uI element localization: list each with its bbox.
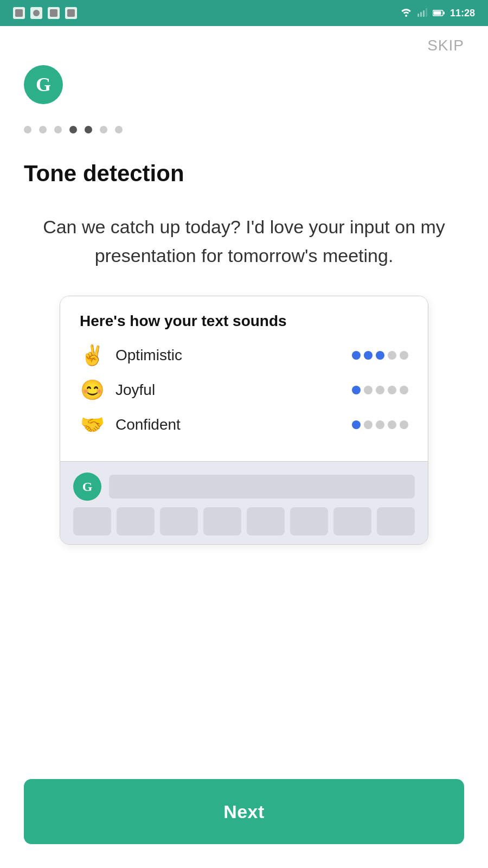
svg-point-1 [33, 10, 40, 16]
battery-icon [433, 9, 445, 18]
next-button[interactable]: Next [24, 779, 464, 844]
app-icon-3 [48, 7, 60, 19]
grammarly-logo: G [24, 65, 63, 104]
optimistic-emoji: ✌️ [80, 344, 105, 367]
tdot [376, 420, 384, 429]
tdot [352, 351, 361, 360]
keyboard-area: G [60, 461, 428, 544]
keyboard-grammarly-logo: G [73, 473, 101, 501]
tdot [400, 420, 408, 429]
tone-row-joyful: 😊 Joyful [80, 379, 408, 401]
tone-row-optimistic: ✌️ Optimistic [80, 344, 408, 367]
progress-dot-5 [100, 126, 107, 133]
progress-dot-6 [115, 126, 123, 133]
skip-row: SKIP [24, 37, 464, 54]
app-icon-4 [65, 7, 77, 19]
tdot [376, 386, 384, 394]
card-header: Here's how your text sounds [60, 296, 428, 340]
logo-letter: G [36, 73, 51, 96]
tdot [388, 386, 396, 394]
svg-rect-0 [15, 9, 23, 17]
progress-dots [24, 126, 464, 133]
status-bar-right: 11:28 [400, 8, 475, 19]
keyboard-key-8 [377, 507, 415, 535]
progress-dot-1 [39, 126, 47, 133]
tdot [352, 386, 361, 394]
svg-rect-7 [426, 8, 427, 17]
keyboard-logo-letter: G [82, 480, 93, 494]
main-content: SKIP G Tone detection Can we catch up to… [0, 26, 488, 779]
tdot [364, 386, 373, 394]
wifi-icon [400, 8, 412, 18]
confident-dots [352, 420, 408, 429]
tdot [364, 351, 373, 360]
progress-dot-2 [54, 126, 62, 133]
svg-rect-3 [67, 9, 75, 17]
svg-rect-2 [50, 9, 57, 17]
optimistic-label: Optimistic [115, 347, 341, 364]
tone-rows: ✌️ Optimistic 😊 Joyful [60, 340, 428, 461]
app-icon-2 [30, 7, 42, 19]
keyboard-key-4 [203, 507, 241, 535]
keyboard-key-3 [160, 507, 198, 535]
tdot [364, 420, 373, 429]
tone-card: Here's how your text sounds ✌️ Optimisti… [60, 296, 428, 545]
tdot [352, 420, 361, 429]
svg-rect-10 [444, 11, 445, 14]
progress-dot-0 [24, 126, 31, 133]
svg-rect-9 [433, 11, 441, 15]
keyboard-keys-row [73, 507, 415, 535]
tdot [388, 351, 396, 360]
page-title: Tone detection [24, 161, 464, 187]
joyful-label: Joyful [115, 381, 341, 399]
keyboard-text-area [109, 475, 415, 499]
keyboard-key-1 [73, 507, 111, 535]
tdot [376, 351, 384, 360]
confident-label: Confident [115, 416, 341, 433]
keyboard-top-row: G [73, 473, 415, 501]
svg-rect-4 [418, 14, 419, 17]
progress-dot-3 [69, 126, 77, 133]
keyboard-key-7 [333, 507, 371, 535]
tdot [400, 351, 408, 360]
tdot [400, 386, 408, 394]
time-display: 11:28 [450, 8, 475, 19]
svg-rect-6 [423, 10, 425, 17]
progress-dot-4 [85, 126, 92, 133]
tone-row-confident: 🤝 Confident [80, 413, 408, 436]
joyful-emoji: 😊 [80, 379, 105, 401]
description-text: Can we catch up today? I'd love your inp… [24, 213, 464, 270]
keyboard-key-6 [290, 507, 328, 535]
status-bar: 11:28 [0, 0, 488, 26]
signal-icon [418, 8, 427, 18]
confident-emoji: 🤝 [80, 413, 105, 436]
joyful-dots [352, 386, 408, 394]
keyboard-key-2 [117, 507, 155, 535]
keyboard-key-5 [247, 507, 285, 535]
card-title: Here's how your text sounds [80, 312, 408, 330]
skip-button[interactable]: SKIP [427, 37, 464, 54]
svg-rect-5 [420, 12, 422, 17]
app-icon-1 [13, 7, 25, 19]
status-bar-left [13, 7, 77, 19]
tdot [388, 420, 396, 429]
optimistic-dots [352, 351, 408, 360]
